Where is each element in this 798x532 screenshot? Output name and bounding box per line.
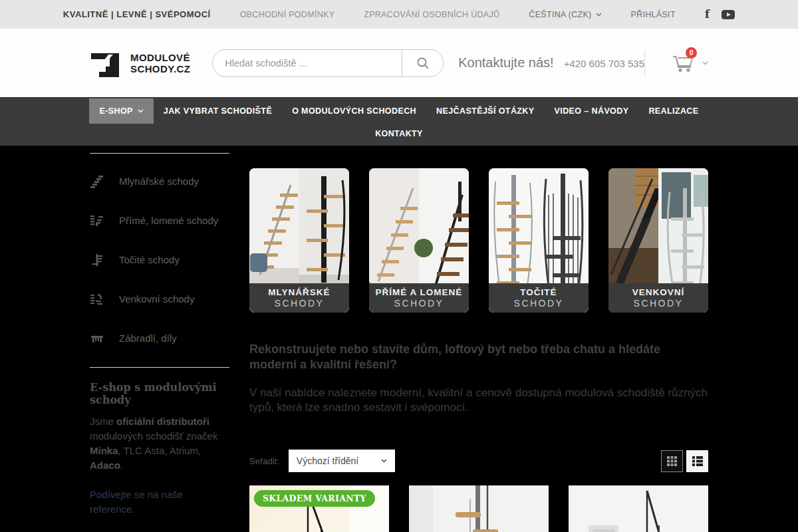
product-photo bbox=[569, 485, 708, 532]
topbar: KVALITNĚ | LEVNĚ | SVÉPOMOCÍ OBCHODNÍ PO… bbox=[0, 0, 798, 29]
chevron-down-icon bbox=[138, 109, 144, 113]
nav-item-jak-vybrat[interactable]: JAK VYBRAT SCHODIŠTĚ bbox=[154, 98, 282, 124]
language-selector[interactable]: ČEŠTINA (CZK) bbox=[529, 10, 601, 19]
cart-chevron-down-icon bbox=[702, 61, 708, 65]
category-caption: TOČITÉ SCHODY bbox=[489, 283, 589, 313]
search-icon bbox=[416, 57, 430, 70]
phone-number[interactable]: +420 605 703 535 bbox=[564, 58, 644, 69]
product-photo bbox=[409, 485, 549, 532]
category-card-tocite[interactable]: TOČITÉ SCHODY bbox=[489, 168, 589, 313]
nav-item-video-navody[interactable]: VIDEO – NÁVODY bbox=[545, 98, 639, 124]
grid-view-icon bbox=[667, 456, 677, 466]
search-button[interactable] bbox=[402, 49, 443, 77]
divider bbox=[90, 367, 229, 368]
page-root: KVALITNĚ | LEVNĚ | SVÉPOMOCÍ OBCHODNÍ PO… bbox=[0, 0, 798, 532]
sidebar-item-prime-lomene-schody[interactable]: Přímé, lomené schody bbox=[90, 201, 229, 240]
header-divider bbox=[644, 50, 645, 76]
category-subtitle: SCHODY bbox=[275, 298, 325, 309]
category-label: Přímé, lomené schody bbox=[119, 215, 218, 226]
category-list: Mlynářské schody Přímé, lomené schody To… bbox=[90, 154, 229, 358]
cart-button[interactable]: 0 bbox=[672, 53, 708, 73]
product-card[interactable] bbox=[409, 485, 549, 532]
chevron-down-icon bbox=[381, 459, 387, 463]
nav-row-1: E-SHOP JAK VYBRAT SCHODIŠTĚ O MODULOVÝCH… bbox=[0, 97, 798, 124]
login-link[interactable]: PŘIHLÁSIT bbox=[631, 10, 676, 19]
category-label: Mlynářské schody bbox=[119, 176, 199, 187]
mill-stairs-icon bbox=[90, 174, 104, 189]
nav-item-otazky[interactable]: NEJČASTĚJŠÍ OTÁZKY bbox=[426, 98, 545, 124]
sidebar-item-zabradli-dily[interactable]: Zábradlí, díly bbox=[90, 319, 229, 358]
nav-item-realizace[interactable]: REALIZACE bbox=[638, 98, 708, 124]
youtube-icon[interactable] bbox=[722, 10, 735, 19]
category-card-mlynarske[interactable]: MLYNÁŘSKÉ SCHODY bbox=[249, 168, 349, 313]
sidebar-item-mlynarske-schody[interactable]: Mlynářské schody bbox=[90, 162, 229, 201]
sidebar-item-tocite-schody[interactable]: Točité schody bbox=[90, 240, 229, 279]
header: MODULOVÉ SCHODY.CZ Kontaktujte nás! +420… bbox=[0, 29, 798, 97]
category-title: MLYNÁŘSKÉ bbox=[268, 287, 330, 297]
nav-item-eshop-label: E-SHOP bbox=[99, 106, 132, 116]
social-links: f bbox=[705, 9, 735, 20]
nav-row-2: KONTAKTY bbox=[0, 124, 798, 144]
logo-text: MODULOVÉ SCHODY.CZ bbox=[130, 52, 190, 74]
intro-heading: Rekonstruujete nebo stavíte dům, loftový… bbox=[249, 342, 708, 372]
topbar-link-privacy[interactable]: ZPRACOVÁNÍ OSOBNÍCH ÚDAJŮ bbox=[364, 10, 499, 19]
nav-item-eshop[interactable]: E-SHOP bbox=[89, 98, 153, 124]
spiral-stairs-icon bbox=[90, 253, 104, 267]
category-subtitle: SCHODY bbox=[394, 298, 444, 309]
category-title: TOČITÉ bbox=[520, 287, 557, 297]
logo[interactable]: MODULOVÉ SCHODY.CZ bbox=[90, 48, 190, 78]
main-nav: E-SHOP JAK VYBRAT SCHODIŠTĚ O MODULOVÝCH… bbox=[0, 97, 798, 146]
references-link[interactable]: Podívejte se na naše reference. bbox=[90, 487, 229, 517]
search-input[interactable] bbox=[213, 58, 402, 68]
search-bar bbox=[212, 49, 444, 77]
list-view-button[interactable] bbox=[686, 450, 708, 472]
sort-select-value: Výchozí třídění bbox=[297, 456, 358, 466]
category-label: Venkovní schody bbox=[119, 293, 194, 305]
outdoor-stairs-icon bbox=[90, 292, 104, 307]
category-title: VENKOVNÍ bbox=[632, 287, 685, 297]
sort-label: Seřadit: bbox=[249, 456, 279, 466]
logo-stairs-icon bbox=[90, 48, 124, 78]
facebook-icon[interactable]: f bbox=[705, 9, 710, 20]
category-card-venkovni[interactable]: VENKOVNÍ SCHODY bbox=[608, 168, 708, 313]
category-subtitle: SCHODY bbox=[514, 298, 564, 309]
main-content: MLYNÁŘSKÉ SCHODY bbox=[249, 168, 708, 532]
category-title: PŘÍMÉ A LOMENÉ bbox=[376, 287, 463, 297]
topbar-link-terms[interactable]: OBCHODNÍ PODMÍNKY bbox=[240, 10, 335, 19]
category-caption: PŘÍMÉ A LOMENÉ SCHODY bbox=[369, 283, 469, 313]
sidebar: Mlynářské schody Přímé, lomené schody To… bbox=[90, 153, 229, 532]
straight-stairs-icon bbox=[90, 213, 104, 228]
product-grid: SKLADEM VARIANTY bbox=[249, 485, 708, 532]
sidebar-about-title: E-shop s modulovými schody bbox=[90, 381, 229, 406]
sidebar-about-text: Jsme oficiální distributoři modulových s… bbox=[90, 414, 229, 473]
cart-zone: 0 bbox=[644, 50, 708, 76]
category-label: Točité schody bbox=[119, 254, 180, 265]
category-card-row: MLYNÁŘSKÉ SCHODY bbox=[249, 168, 708, 313]
intro-paragraph: V naší nabídce naleznete moderní, kvalit… bbox=[249, 386, 708, 415]
logo-line1: MODULOVÉ bbox=[130, 52, 190, 63]
sort-select[interactable]: Výchozí třídění bbox=[289, 450, 395, 472]
category-caption: MLYNÁŘSKÉ SCHODY bbox=[249, 283, 349, 313]
category-card-prime-lomene[interactable]: PŘÍMÉ A LOMENÉ SCHODY bbox=[369, 168, 469, 313]
railing-parts-icon bbox=[90, 331, 104, 346]
cart-count-badge: 0 bbox=[686, 47, 697, 59]
category-subtitle: SCHODY bbox=[634, 298, 684, 309]
logo-line2: SCHODY.CZ bbox=[130, 63, 190, 74]
grid-view-button[interactable] bbox=[661, 450, 683, 472]
sidebar-item-venkovni-schody[interactable]: Venkovní schody bbox=[90, 279, 229, 319]
sort-row: Seřadit: Výchozí třídění bbox=[249, 450, 708, 472]
contact-label: Kontaktujte nás! bbox=[458, 55, 553, 70]
nav-item-kontakty[interactable]: KONTAKTY bbox=[365, 124, 433, 144]
product-card[interactable]: SKLADEM VARIANTY bbox=[249, 485, 389, 532]
language-label: ČEŠTINA (CZK) bbox=[529, 10, 591, 19]
stock-badge: SKLADEM VARIANTY bbox=[254, 490, 375, 507]
view-toggle bbox=[661, 450, 708, 472]
product-card[interactable] bbox=[569, 485, 708, 532]
nav-item-o-schodech[interactable]: O MODULOVÝCH SCHODECH bbox=[282, 98, 426, 124]
contact-block: Kontaktujte nás! +420 605 703 535 bbox=[458, 55, 644, 70]
category-caption: VENKOVNÍ SCHODY bbox=[608, 283, 708, 313]
list-view-icon bbox=[692, 456, 703, 466]
category-label: Zábradlí, díly bbox=[119, 332, 177, 344]
chevron-down-icon bbox=[596, 13, 602, 17]
brand-claim: KVALITNĚ | LEVNĚ | SVÉPOMOCÍ bbox=[63, 9, 211, 19]
